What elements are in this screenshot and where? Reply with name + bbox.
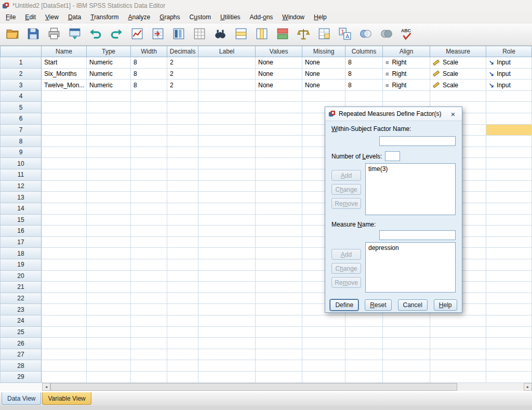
- row-header-18[interactable]: 18: [0, 248, 42, 259]
- cell-width-row27[interactable]: [131, 349, 167, 361]
- select-cases-button[interactable]: [316, 27, 332, 43]
- cell-label-row24[interactable]: [198, 315, 256, 327]
- menu-graphs[interactable]: Graphs: [155, 12, 184, 22]
- measure-name-input[interactable]: [379, 230, 456, 240]
- cell-values-row3[interactable]: None: [256, 80, 302, 91]
- reset-button[interactable]: Reset: [365, 299, 391, 311]
- cell-missing-row4[interactable]: [302, 91, 345, 102]
- cell-type-row26[interactable]: [87, 338, 131, 349]
- use-variable-sets-button[interactable]: [357, 27, 374, 43]
- cell-values-row7[interactable]: [256, 125, 302, 136]
- cell-align-row27[interactable]: [383, 349, 430, 361]
- cell-width-row19[interactable]: [131, 259, 167, 271]
- cell-width-row4[interactable]: [131, 91, 167, 102]
- cell-values-row19[interactable]: [256, 259, 302, 271]
- cell-width-row10[interactable]: [131, 158, 167, 169]
- open-data-button[interactable]: [4, 27, 20, 43]
- cell-role-row6[interactable]: [486, 113, 532, 125]
- cell-columns-row3[interactable]: 8: [345, 80, 383, 91]
- cell-missing-row29[interactable]: [302, 372, 345, 383]
- column-header-columns[interactable]: Columns: [345, 46, 383, 57]
- cell-measure-row24[interactable]: [430, 315, 486, 327]
- cell-label-row7[interactable]: [198, 125, 256, 136]
- undo-button[interactable]: [87, 27, 103, 43]
- cell-role-row23[interactable]: [486, 304, 532, 315]
- cell-width-row15[interactable]: [131, 215, 167, 226]
- cell-name-row6[interactable]: [42, 113, 87, 125]
- cell-decimals-row27[interactable]: [167, 349, 198, 361]
- cell-type-row4[interactable]: [87, 91, 131, 102]
- cell-type-row8[interactable]: [87, 136, 131, 147]
- cell-label-row21[interactable]: [198, 282, 256, 293]
- find-button[interactable]: [212, 27, 228, 43]
- cell-measure-row2[interactable]: Scale: [430, 69, 486, 80]
- column-header-measure[interactable]: Measure: [430, 46, 486, 57]
- cell-type-row11[interactable]: [87, 169, 131, 181]
- cell-name-row21[interactable]: [42, 282, 87, 293]
- menu-analyze[interactable]: Analyze: [123, 12, 155, 22]
- cell-type-row23[interactable]: [87, 304, 131, 315]
- cell-label-row29[interactable]: [198, 372, 256, 383]
- cell-missing-row2[interactable]: None: [302, 69, 345, 80]
- cell-align-row24[interactable]: [383, 315, 430, 327]
- row-header-16[interactable]: 16: [0, 226, 42, 237]
- column-header-name[interactable]: Name: [42, 46, 87, 57]
- cell-values-row20[interactable]: [256, 271, 302, 282]
- cell-label-row5[interactable]: [198, 102, 256, 113]
- cell-role-row19[interactable]: [486, 259, 532, 271]
- cell-type-row12[interactable]: [87, 181, 131, 192]
- cell-role-row25[interactable]: [486, 327, 532, 338]
- cell-align-row26[interactable]: [383, 338, 430, 349]
- cell-type-row10[interactable]: [87, 158, 131, 169]
- cell-values-row2[interactable]: None: [256, 69, 302, 80]
- cell-type-row22[interactable]: [87, 293, 131, 305]
- cell-label-row15[interactable]: [198, 215, 256, 226]
- cell-decimals-row2[interactable]: 2: [167, 69, 198, 80]
- cell-columns-row1[interactable]: 8: [345, 57, 383, 69]
- row-header-2[interactable]: 2: [0, 69, 42, 80]
- cell-role-row3[interactable]: ↘Input: [486, 80, 532, 91]
- cell-label-row27[interactable]: [198, 349, 256, 361]
- row-header-29[interactable]: 29: [0, 372, 42, 383]
- cell-width-row21[interactable]: [131, 282, 167, 293]
- row-header-25[interactable]: 25: [0, 327, 42, 338]
- cell-decimals-row16[interactable]: [167, 226, 198, 237]
- cell-decimals-row9[interactable]: [167, 147, 198, 158]
- cell-missing-row25[interactable]: [302, 327, 345, 338]
- cell-align-row1[interactable]: ≡Right: [383, 57, 430, 69]
- cell-role-row1[interactable]: ↘Input: [486, 57, 532, 69]
- cell-width-row20[interactable]: [131, 271, 167, 282]
- cell-measure-row3[interactable]: Scale: [430, 80, 486, 91]
- cell-align-row28[interactable]: [383, 360, 430, 372]
- column-header-width[interactable]: Width: [131, 46, 167, 57]
- row-header-9[interactable]: 9: [0, 147, 42, 158]
- measure-list[interactable]: depression: [365, 242, 456, 293]
- cell-name-row23[interactable]: [42, 304, 87, 315]
- cell-role-row11[interactable]: [486, 169, 532, 181]
- cell-name-row17[interactable]: [42, 237, 87, 248]
- column-header-missing[interactable]: Missing: [302, 46, 345, 57]
- levels-input[interactable]: [385, 151, 400, 161]
- cell-measure-row29[interactable]: [430, 372, 486, 383]
- cell-columns-row2[interactable]: 8: [345, 69, 383, 80]
- cell-role-row27[interactable]: [486, 349, 532, 361]
- cell-role-row2[interactable]: ↘Input: [486, 69, 532, 80]
- cell-label-row16[interactable]: [198, 226, 256, 237]
- row-header-4[interactable]: 4: [0, 91, 42, 102]
- cell-name-row11[interactable]: [42, 169, 87, 181]
- column-header-label[interactable]: Label: [198, 46, 256, 57]
- cell-values-row8[interactable]: [256, 136, 302, 147]
- cell-label-row23[interactable]: [198, 304, 256, 315]
- cell-decimals-row15[interactable]: [167, 215, 198, 226]
- cell-width-row12[interactable]: [131, 181, 167, 192]
- cell-values-row28[interactable]: [256, 360, 302, 372]
- cancel-button[interactable]: Cancel: [398, 299, 428, 311]
- cell-align-row4[interactable]: [383, 91, 430, 102]
- row-header-14[interactable]: 14: [0, 203, 42, 215]
- cell-name-row18[interactable]: [42, 248, 87, 259]
- cell-align-row29[interactable]: [383, 372, 430, 383]
- factor-list-item[interactable]: time(3): [368, 165, 453, 173]
- cell-columns-row28[interactable]: [345, 360, 383, 372]
- cell-name-row13[interactable]: [42, 192, 87, 203]
- scrollbar-thumb[interactable]: [50, 383, 457, 391]
